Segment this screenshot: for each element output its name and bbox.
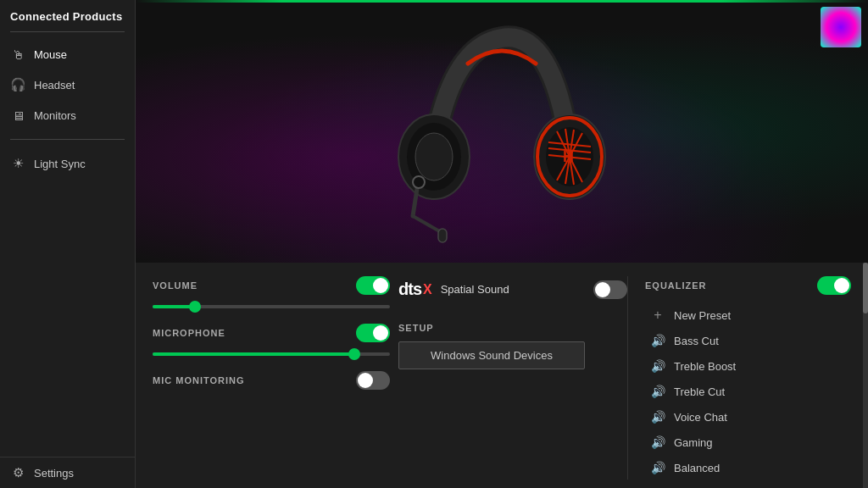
eq-balanced-item[interactable]: 🔊 Balanced xyxy=(645,458,851,478)
sidebar-item-settings[interactable]: ⚙ Settings xyxy=(0,458,135,488)
headset-image: H xyxy=(358,8,646,254)
sidebar-label-monitors: Monitors xyxy=(34,109,76,122)
svg-rect-16 xyxy=(438,229,447,242)
mouse-icon: 🖱 xyxy=(10,47,25,62)
svg-point-17 xyxy=(413,176,425,188)
sidebar-label-headset: Headset xyxy=(34,79,75,92)
eq-voice-chat-item[interactable]: 🔊 Voice Chat xyxy=(645,407,851,427)
eq-preset-icon-1: 🔊 xyxy=(650,359,665,373)
sidebar-item-mouse[interactable]: 🖱 Mouse xyxy=(0,39,135,69)
volume-toggle[interactable] xyxy=(356,276,390,295)
eq-preset-icon-4: 🔊 xyxy=(650,435,665,449)
svg-point-2 xyxy=(415,133,453,180)
sidebar-label-settings: Settings xyxy=(34,467,74,480)
eq-toggle-knob xyxy=(834,278,849,293)
monitors-icon: 🖥 xyxy=(10,108,25,123)
controls-left: VOLUME MICROPHONE xyxy=(153,276,390,480)
microphone-header: MICROPHONE xyxy=(153,324,390,342)
sidebar-item-monitors[interactable]: 🖥 Monitors xyxy=(0,100,135,130)
dts-logo: dts X xyxy=(398,280,432,299)
scrollbar-thumb[interactable] xyxy=(863,263,868,313)
svg-line-15 xyxy=(413,216,442,233)
eq-preset-icon-5: 🔊 xyxy=(650,461,665,474)
spatial-sound-toggle[interactable] xyxy=(593,280,627,299)
spatial-label: Spatial Sound xyxy=(441,283,509,296)
headset-icon: 🎧 xyxy=(10,77,25,92)
hero-top-bar xyxy=(136,0,868,3)
dts-section: dts X Spatial Sound SETUP Windows Sound … xyxy=(398,276,627,369)
sidebar-label-mouse: Mouse xyxy=(34,48,67,61)
mic-monitoring-control: MIC MONITORING xyxy=(153,371,390,390)
volume-toggle-knob xyxy=(373,278,388,293)
eq-label: EQUALIZER xyxy=(645,280,707,291)
volume-control: VOLUME xyxy=(153,276,390,312)
mic-monitoring-toggle-knob xyxy=(358,373,373,388)
eq-gaming-item[interactable]: 🔊 Gaming xyxy=(645,432,851,452)
hero-section: H xyxy=(136,0,868,263)
eq-voice-chat-label: Voice Chat xyxy=(674,411,727,424)
eq-treble-boost-item[interactable]: 🔊 Treble Boost xyxy=(645,356,851,376)
microphone-slider-fill xyxy=(153,352,354,356)
volume-header: VOLUME xyxy=(153,276,390,295)
volume-slider-thumb xyxy=(189,301,201,313)
mic-monitoring-toggle[interactable] xyxy=(356,371,390,390)
sidebar-divider-mid xyxy=(10,139,125,140)
eq-balanced-label: Balanced xyxy=(674,462,720,474)
svg-text:H: H xyxy=(563,148,574,165)
sidebar: Connected Products 🖱 Mouse 🎧 Headset 🖥 M… xyxy=(0,0,136,488)
mic-monitoring-label: MIC MONITORING xyxy=(153,375,245,385)
microphone-toggle[interactable] xyxy=(356,324,390,342)
eq-treble-cut-label: Treble Cut xyxy=(674,385,725,398)
setup-section: SETUP Windows Sound Devices xyxy=(398,323,627,369)
eq-preset-list: + New Preset 🔊 Bass Cut 🔊 Treble Boost 🔊… xyxy=(645,305,851,478)
eq-preset-icon-3: 🔊 xyxy=(650,410,665,424)
microphone-control: MICROPHONE xyxy=(153,324,390,359)
lightsync-icon: ☀ xyxy=(10,156,25,171)
controls-section: VOLUME MICROPHONE xyxy=(136,263,868,488)
eq-bass-cut-label: Bass Cut xyxy=(674,335,719,347)
dts-spatial-row: dts X Spatial Sound xyxy=(398,276,627,299)
microphone-toggle-knob xyxy=(373,325,388,341)
eq-new-preset-item[interactable]: + New Preset xyxy=(645,305,851,325)
controls-middle: dts X Spatial Sound SETUP Windows Sound … xyxy=(390,276,627,480)
microphone-slider-thumb xyxy=(348,348,360,360)
eq-treble-boost-label: Treble Boost xyxy=(674,360,736,373)
setup-label: SETUP xyxy=(398,323,627,333)
dts-x: X xyxy=(423,282,432,297)
eq-preset-icon-0: 🔊 xyxy=(650,334,665,347)
volume-slider-track[interactable] xyxy=(153,305,390,308)
microphone-label: MICROPHONE xyxy=(153,328,225,338)
sidebar-title: Connected Products xyxy=(0,0,135,31)
eq-header: EQUALIZER xyxy=(645,276,851,295)
user-avatar[interactable] xyxy=(821,7,861,47)
eq-bass-cut-item[interactable]: 🔊 Bass Cut xyxy=(645,330,851,351)
spatial-toggle-knob xyxy=(595,282,610,297)
volume-label: VOLUME xyxy=(153,280,198,291)
eq-new-preset-label: New Preset xyxy=(674,309,731,322)
windows-sound-devices-button[interactable]: Windows Sound Devices xyxy=(398,341,585,369)
sidebar-label-lightsync: Light Sync xyxy=(34,158,86,170)
eq-gaming-label: Gaming xyxy=(674,436,713,449)
eq-add-icon: + xyxy=(650,308,665,322)
eq-treble-cut-item[interactable]: 🔊 Treble Cut xyxy=(645,381,851,402)
sidebar-divider-top xyxy=(10,31,125,32)
sidebar-item-lightsync[interactable]: ☀ Light Sync xyxy=(0,148,135,179)
settings-icon: ⚙ xyxy=(10,465,25,480)
main-content: H VOLUME xyxy=(136,0,868,488)
dts-text: dts xyxy=(398,280,421,299)
sidebar-item-headset[interactable]: 🎧 Headset xyxy=(0,69,135,100)
sidebar-bottom: ⚙ Settings xyxy=(0,457,135,488)
controls-right: EQUALIZER + New Preset 🔊 Bass Cut xyxy=(627,276,851,480)
eq-toggle[interactable] xyxy=(817,276,851,295)
microphone-slider-track[interactable] xyxy=(153,352,390,356)
scrollbar[interactable] xyxy=(863,263,868,488)
eq-preset-icon-2: 🔊 xyxy=(650,385,665,398)
